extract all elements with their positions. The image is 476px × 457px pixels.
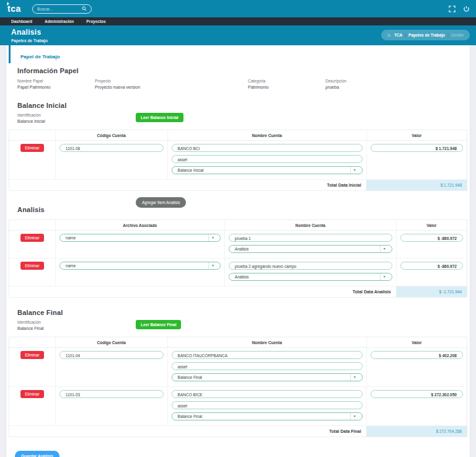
field-value: Proyecto nueva version (95, 85, 248, 89)
top-app-bar: tca (0, 0, 476, 17)
chevron-down-icon: ▼ (208, 234, 214, 241)
fullscreen-icon[interactable] (449, 6, 456, 12)
balance-select[interactable]: Balance Final▼ (172, 373, 363, 381)
search-box[interactable] (32, 4, 92, 14)
leer-balance-final-button[interactable]: Leer Balance Final (136, 320, 181, 329)
breadcrumb-papeles[interactable]: Papeles de Trabajo (408, 33, 445, 37)
balance-select[interactable]: Balance Inicial▼ (172, 166, 363, 174)
col-header-nombre: Nombre Cuenta (167, 130, 366, 140)
total-label: Total Data Inicial (9, 180, 366, 190)
tipo-analisis-select[interactable]: Análisis▼ (229, 273, 392, 281)
valor-input[interactable]: $ 402.208 (371, 351, 463, 359)
breadcrumb-home[interactable]: TCA (394, 33, 402, 37)
field-label: Proyecto (95, 79, 248, 83)
table-row: Eliminar name▼ prueba 2 agregando nuevo … (9, 259, 467, 286)
tipo-cuenta-input[interactable]: asset (172, 155, 363, 163)
col-header-archivo: Archivo Asociado (55, 220, 224, 230)
valor-input[interactable]: $ -860.972 (400, 234, 463, 242)
select-value: name (66, 234, 76, 241)
codigo-cuenta-input[interactable]: 1101-08 (60, 144, 164, 152)
eliminar-button[interactable]: Eliminar (20, 144, 43, 152)
nombre-cuenta-input[interactable]: prueba 1 (229, 234, 392, 242)
select-value: Balance Final (178, 374, 202, 381)
analisis-title: Analisis (17, 206, 45, 213)
select-value: Balance Inicial (178, 167, 204, 174)
home-icon: ⌂ (387, 33, 390, 38)
field-label: Categoria (248, 79, 325, 83)
table-header-row: Código Cuenta Nombre Cuenta Valor (9, 337, 467, 348)
power-icon[interactable] (463, 6, 470, 12)
nombre-cuenta-input[interactable]: BANCO BCI (172, 144, 363, 152)
papel-de-trabajo-link[interactable]: Papel de Trabajo (20, 54, 60, 60)
balance-final-table: Código Cuenta Nombre Cuenta Valor Elimin… (9, 337, 467, 437)
archivo-asociado-select[interactable]: name▼ (60, 234, 221, 242)
select-value: Balance Final (178, 413, 202, 420)
search-icon (82, 6, 87, 11)
archivo-asociado-select[interactable]: name▼ (60, 262, 221, 270)
eliminar-button[interactable]: Eliminar (20, 351, 43, 359)
table-total-row: Total Data Analisis $ -1.721.944 (9, 286, 467, 297)
col-header-codigo: Código Cuenta (55, 130, 167, 140)
chevron-down-icon: ▼ (350, 413, 356, 420)
col-header-codigo: Código Cuenta (55, 337, 167, 347)
chevron-down-icon: ▼ (380, 246, 386, 252)
page-header: Analisis Papeles de Trabajo ⌂ TCA / Pape… (0, 25, 476, 45)
balance-inicial-title: Balance Inicial (17, 102, 467, 109)
tca-logo[interactable]: tca (7, 4, 21, 14)
table-row: Eliminar 1101-03 BANCO BICE asset Balanc… (9, 387, 467, 426)
field-label: Descripción (325, 79, 467, 83)
eliminar-button[interactable]: Eliminar (20, 390, 43, 398)
total-label: Total Data Final (9, 426, 366, 437)
balance-select[interactable]: Balance Final▼ (172, 412, 363, 420)
balance-inicial-identificacion: Identificación Balance inicial (17, 113, 136, 123)
nav-item-proyectos[interactable]: Proyectos (80, 19, 112, 24)
valor-input[interactable]: $ -860.972 (400, 262, 463, 270)
nombre-cuenta-input[interactable]: BANCO ITAUCORPBANCA (172, 351, 363, 359)
table-row: Eliminar 1101-04 BANCO ITAUCORPBANCA ass… (9, 348, 467, 387)
nombre-cuenta-input[interactable]: BANCO BICE (172, 390, 363, 398)
valor-input[interactable]: $ 1.721.948 (371, 144, 463, 152)
breadcrumb-current: Detalle (451, 33, 464, 37)
col-header-valor: Valor (366, 130, 467, 140)
breadcrumb-separator: / (405, 33, 406, 37)
nav-item-administracion[interactable]: Administración (38, 19, 80, 24)
analisis-table: Archivo Asociado Nombre Cuenta Valor Eli… (9, 220, 467, 298)
table-header-row: Archivo Asociado Nombre Cuenta Valor (9, 220, 467, 231)
select-value: Análisis (235, 273, 249, 280)
balance-inicial-table: Código Cuenta Nombre Cuenta Valor Elimin… (9, 130, 467, 191)
col-header-nombre: Nombre Cuenta (167, 337, 366, 347)
codigo-cuenta-input[interactable]: 1101-04 (60, 351, 164, 359)
breadcrumb-separator: / (447, 33, 449, 37)
tipo-cuenta-input[interactable]: asset (172, 401, 363, 409)
main-nav: Dashboard Administración Proyectos (0, 17, 476, 25)
field-value: Patrimonio (248, 85, 325, 89)
field-value: prueba (325, 85, 467, 89)
codigo-cuenta-input[interactable]: 1101-03 (60, 390, 164, 398)
ident-label: Identificación (17, 113, 136, 117)
field-categoria: Categoria Patrimonio (248, 79, 325, 89)
agregar-item-analisis-button[interactable]: Agregar Item Analisis (136, 197, 186, 208)
table-row: Eliminar name▼ prueba 1 Análisis▼ $ -860… (9, 231, 467, 259)
leer-balance-inicial-button[interactable]: Leer Balance Inicial (136, 113, 183, 122)
tipo-analisis-select[interactable]: Análisis▼ (229, 245, 392, 253)
valor-input[interactable]: $ 272.302.050 (371, 390, 463, 398)
field-descripcion: Descripción prueba (325, 79, 467, 89)
chevron-down-icon: ▼ (380, 273, 386, 280)
total-label: Total Data Analisis (9, 286, 396, 297)
ident-label: Identificación (17, 320, 136, 324)
eliminar-button[interactable]: Eliminar (20, 234, 43, 242)
info-papel-title: Información Papel (17, 67, 467, 74)
eliminar-button[interactable]: Eliminar (20, 262, 43, 270)
balance-final-identificacion: Identificación Balance Final (17, 320, 136, 331)
search-input[interactable] (37, 7, 82, 11)
total-value: $ 272.704.258 (366, 426, 467, 437)
total-value: $ 1.721.948 (366, 180, 467, 190)
nombre-cuenta-input[interactable]: prueba 2 agregando nuevo campo (229, 262, 392, 270)
chevron-down-icon: ▼ (208, 262, 214, 269)
ident-value: Balance Final (17, 326, 136, 331)
tipo-cuenta-input[interactable]: asset (172, 362, 363, 370)
ident-value: Balance inicial (17, 119, 136, 123)
guardar-analisis-button[interactable]: Guardar Análisis (15, 451, 60, 457)
select-value: Análisis (235, 246, 249, 252)
nav-item-dashboard[interactable]: Dashboard (5, 19, 38, 24)
